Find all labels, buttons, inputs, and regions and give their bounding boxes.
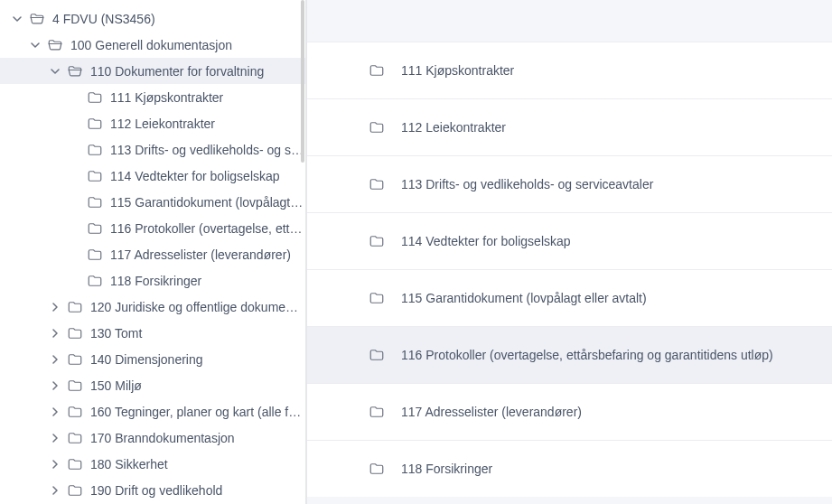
list-item[interactable]: 117 Adresselister (leverandører) — [307, 383, 832, 440]
tree-label: 180 Sikkerhet — [90, 457, 307, 471]
tree-label: 116 Protokoller (overtagelse, ettårsbefa… — [110, 221, 307, 236]
tree-label: 150 Miljø — [90, 378, 307, 393]
chevron-down-icon[interactable] — [29, 41, 42, 50]
tree-label: 120 Juridiske og offentlige dokumenter — [90, 300, 307, 314]
tree-node-113[interactable]: 113 Drifts- og vedlikeholds- og servicea… — [0, 136, 307, 163]
tree-node-140[interactable]: 140 Dimensjonering — [0, 346, 307, 372]
tree-label: 118 Forsikringer — [110, 274, 307, 288]
folder-icon — [67, 351, 83, 368]
folder-icon — [87, 116, 103, 132]
folder-icon — [67, 456, 83, 472]
tree-node-120[interactable]: 120 Juridiske og offentlige dokumenter — [0, 294, 307, 320]
tree-label: 170 Branndokumentasjon — [90, 431, 307, 445]
tree-node-170[interactable]: 170 Branndokumentasjon — [0, 425, 307, 451]
folder-list: 111 Kjøpskontrakter 112 Leiekontrakter 1… — [307, 0, 832, 497]
chevron-right-icon[interactable] — [49, 381, 61, 390]
list-item-label: 114 Vedtekter for boligselskap — [401, 234, 571, 248]
tree-label: 113 Drifts- og vedlikeholds- og servicea… — [110, 143, 307, 157]
folder-icon — [67, 325, 83, 341]
folder-icon — [87, 220, 103, 237]
folder-icon — [87, 89, 103, 106]
folder-open-icon — [67, 63, 83, 79]
chevron-right-icon[interactable] — [49, 329, 61, 338]
list-item[interactable]: 118 Forsikringer — [307, 440, 832, 497]
folder-icon — [369, 176, 385, 192]
folder-icon — [67, 378, 83, 394]
chevron-right-icon[interactable] — [49, 460, 61, 469]
tree-node-130[interactable]: 130 Tomt — [0, 320, 307, 346]
chevron-right-icon[interactable] — [49, 407, 61, 416]
chevron-right-icon[interactable] — [49, 303, 61, 312]
list-item-label: 112 Leiekontrakter — [401, 120, 506, 135]
tree-node-112[interactable]: 112 Leiekontrakter — [0, 110, 307, 136]
chevron-down-icon[interactable] — [11, 14, 23, 23]
tree-node-180[interactable]: 180 Sikkerhet — [0, 451, 307, 477]
chevron-right-icon[interactable] — [49, 434, 61, 443]
folder-open-icon — [29, 11, 45, 27]
tree-node-150[interactable]: 150 Miljø — [0, 372, 307, 398]
list-item[interactable]: 114 Vedtekter for boligselskap — [307, 212, 832, 269]
tree-node-116[interactable]: 116 Protokoller (overtagelse, ettårsbefa… — [0, 215, 307, 241]
tree-node-4-fdvu[interactable]: 4 FDVU (NS3456) — [0, 5, 307, 32]
list-item[interactable]: 112 Leiekontrakter — [307, 98, 832, 155]
folder-icon — [67, 482, 83, 499]
folder-contents: 111 Kjøpskontrakter 112 Leiekontrakter 1… — [307, 0, 832, 504]
folder-icon — [67, 404, 83, 420]
tree-node-110[interactable]: 110 Dokumenter for forvaltning — [0, 58, 307, 84]
list-item-label: 113 Drifts- og vedlikeholds- og servicea… — [401, 177, 653, 191]
folder-icon — [87, 142, 103, 158]
folder-icon — [369, 233, 385, 249]
folder-icon — [87, 247, 103, 263]
tree-node-118[interactable]: 118 Forsikringer — [0, 267, 307, 294]
folder-tree: 4 FDVU (NS3456) 100 Generell dokumentasj… — [0, 0, 307, 504]
folder-tree-sidebar[interactable]: 4 FDVU (NS3456) 100 Generell dokumentasj… — [0, 0, 307, 504]
tree-node-160[interactable]: 160 Tegninger, planer og kart (alle fag) — [0, 398, 307, 425]
chevron-down-icon[interactable] — [49, 67, 61, 76]
list-item[interactable]: 113 Drifts- og vedlikeholds- og servicea… — [307, 155, 832, 212]
folder-icon — [369, 62, 385, 79]
folder-icon — [369, 404, 385, 420]
tree-label: 117 Adresselister (leverandører) — [110, 247, 307, 262]
folder-icon — [87, 168, 103, 184]
list-item-label: 116 Protokoller (overtagelse, ettårsbefa… — [401, 348, 773, 362]
folder-icon — [67, 299, 83, 315]
tree-node-190[interactable]: 190 Drift og vedlikehold — [0, 477, 307, 503]
tree-label: 112 Leiekontrakter — [110, 117, 307, 131]
tree-label: 4 FDVU (NS3456) — [52, 12, 307, 26]
tree-label: 111 Kjøpskontrakter — [110, 90, 307, 105]
tree-label: 110 Dokumenter for forvaltning — [90, 64, 307, 79]
tree-node-111[interactable]: 111 Kjøpskontrakter — [0, 84, 307, 110]
list-item[interactable]: 115 Garantidokument (lovpålagt eller avt… — [307, 269, 832, 326]
tree-node-117[interactable]: 117 Adresselister (leverandører) — [0, 241, 307, 267]
tree-label: 160 Tegninger, planer og kart (alle fag) — [90, 405, 307, 419]
folder-icon — [67, 430, 83, 446]
folder-icon — [369, 461, 385, 477]
folder-icon — [87, 273, 103, 289]
folder-open-icon — [47, 37, 63, 53]
chevron-right-icon[interactable] — [49, 486, 61, 495]
folder-icon — [369, 347, 385, 363]
chevron-right-icon[interactable] — [49, 355, 61, 364]
tree-label: 115 Garantidokument (lovpålagt eller avt… — [110, 195, 307, 210]
tree-node-115[interactable]: 115 Garantidokument (lovpålagt eller avt… — [0, 189, 307, 215]
list-item-label: 118 Forsikringer — [401, 462, 492, 476]
list-item-label: 111 Kjøpskontrakter — [401, 63, 514, 78]
list-item[interactable]: 116 Protokoller (overtagelse, ettårsbefa… — [307, 326, 832, 383]
tree-label: 100 Generell dokumentasjon — [70, 38, 307, 52]
tree-node-100[interactable]: 100 Generell dokumentasjon — [0, 32, 307, 58]
list-item-label: 115 Garantidokument (lovpålagt eller avt… — [401, 291, 647, 305]
folder-icon — [369, 290, 385, 306]
list-item[interactable]: 111 Kjøpskontrakter — [307, 42, 832, 98]
list-item-label: 117 Adresselister (leverandører) — [401, 405, 582, 419]
resize-divider[interactable] — [305, 0, 307, 504]
folder-icon — [369, 119, 385, 135]
folder-icon — [87, 194, 103, 210]
tree-label: 140 Dimensjonering — [90, 352, 307, 367]
tree-label: 114 Vedtekter for boligselskap — [110, 169, 307, 183]
tree-label: 130 Tomt — [90, 326, 307, 341]
tree-label: 190 Drift og vedlikehold — [90, 483, 307, 498]
tree-node-114[interactable]: 114 Vedtekter for boligselskap — [0, 163, 307, 189]
